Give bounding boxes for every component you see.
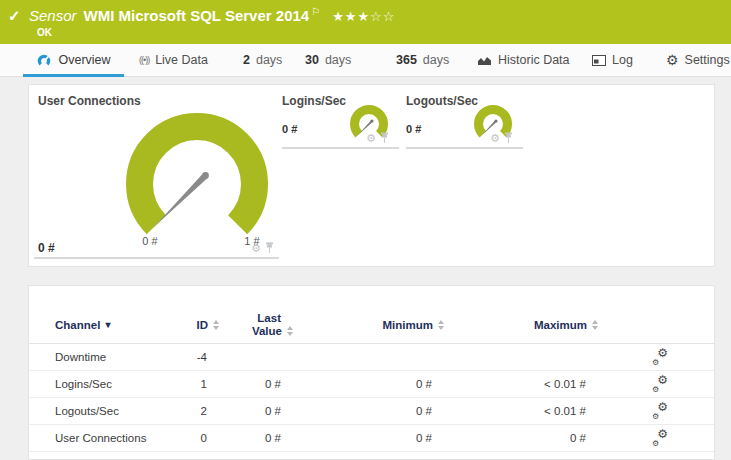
logins-gauge-title: Logins/Sec bbox=[282, 94, 346, 108]
tab-overview[interactable]: Overview bbox=[23, 44, 124, 76]
tab-bar: Overview ((•)) Live Data 2 days 30 days … bbox=[0, 44, 731, 77]
gauges-panel: User Connections 0 # 1 # 0 # ⚙ Logins/Se… bbox=[28, 84, 715, 267]
channel-name[interactable]: Downtime bbox=[55, 351, 169, 363]
main-gauge-divider bbox=[34, 257, 279, 259]
logouts-gauge-value: 0 # bbox=[406, 123, 421, 135]
table-row: Downtime -4 ⚙⚙ bbox=[29, 344, 714, 371]
tab-2-days-number: 2 bbox=[243, 53, 250, 67]
column-header-channel[interactable]: Channel ▾ bbox=[55, 319, 169, 331]
column-header-channel-label: Channel bbox=[55, 319, 100, 331]
active-tab-underline bbox=[23, 74, 124, 77]
table-header-row: Channel ▾ ID Last Value Minimum Maximum bbox=[29, 306, 714, 344]
channel-id: 1 bbox=[169, 378, 207, 390]
channel-last-value: 0 # bbox=[207, 405, 281, 417]
tab-historic-data-label: Historic Data bbox=[498, 53, 570, 67]
sensor-status-header: ✓ SensorWMI Microsoft SQL Server 2014⚐★★… bbox=[0, 0, 731, 44]
sort-caret-down-icon: ▾ bbox=[105, 319, 110, 330]
table-row: User Connections 0 0 # 0 # 0 # ⚙⚙ bbox=[29, 425, 714, 452]
tab-365-days[interactable]: 365 days bbox=[396, 44, 449, 76]
column-header-last-label: Last bbox=[257, 312, 281, 325]
tab-settings-label: Settings bbox=[685, 53, 730, 67]
tab-settings[interactable]: ⚙ Settings bbox=[666, 44, 730, 76]
channel-last-value: 0 # bbox=[207, 378, 281, 390]
logins-gauge-toolbar: ⚙ bbox=[366, 132, 389, 144]
column-header-maximum[interactable]: Maximum bbox=[432, 319, 586, 331]
priority-flag-icon[interactable]: ⚐ bbox=[311, 6, 320, 17]
tab-log[interactable]: Log bbox=[592, 44, 633, 76]
main-gauge-toolbar: ⚙ bbox=[251, 242, 274, 254]
channel-minimum: 0 # bbox=[281, 378, 432, 390]
table-row: Logins/Sec 1 0 # 0 # < 0.01 # ⚙⚙ bbox=[29, 371, 714, 398]
status-ok-check-icon: ✓ bbox=[8, 7, 21, 25]
channel-settings-gears-icon[interactable]: ⚙⚙ bbox=[652, 403, 668, 419]
log-window-icon bbox=[592, 55, 606, 66]
channel-last-value: 0 # bbox=[207, 432, 281, 444]
logouts-gauge-title: Logouts/Sec bbox=[406, 94, 478, 108]
channel-maximum: < 0.01 # bbox=[432, 378, 586, 390]
channel-minimum: 0 # bbox=[281, 432, 432, 444]
column-header-minimum[interactable]: Minimum bbox=[281, 319, 432, 331]
channel-minimum: 0 # bbox=[281, 405, 432, 417]
logins-gauge-value: 0 # bbox=[282, 123, 297, 135]
tab-log-label: Log bbox=[612, 53, 633, 67]
tab-live-data[interactable]: ((•)) Live Data bbox=[139, 44, 208, 76]
column-header-last-value[interactable]: Last Value bbox=[207, 312, 281, 338]
channel-maximum: < 0.01 # bbox=[432, 405, 586, 417]
column-header-minimum-label: Minimum bbox=[383, 319, 433, 331]
tab-30-days-word: days bbox=[325, 53, 351, 67]
main-gauge-value: 0 # bbox=[38, 241, 55, 255]
tab-30-days-number: 30 bbox=[305, 53, 319, 67]
tab-overview-label: Overview bbox=[58, 53, 110, 67]
sort-arrows-icon bbox=[592, 320, 598, 330]
tab-2-days[interactable]: 2 days bbox=[243, 44, 282, 76]
object-kind-label: Sensor bbox=[29, 7, 77, 24]
status-badge: OK bbox=[37, 27, 52, 38]
channel-settings-gears-icon[interactable]: ⚙⚙ bbox=[652, 349, 668, 365]
table-row: Logouts/Sec 2 0 # 0 # < 0.01 # ⚙⚙ bbox=[29, 398, 714, 425]
channel-name[interactable]: Logouts/Sec bbox=[55, 405, 169, 417]
gauge-settings-gear-icon[interactable]: ⚙ bbox=[366, 133, 376, 144]
channel-settings-gears-icon[interactable]: ⚙⚙ bbox=[652, 430, 668, 446]
tab-2-days-word: days bbox=[256, 53, 282, 67]
main-gauge-scale-min: 0 # bbox=[130, 235, 170, 247]
channel-name[interactable]: Logins/Sec bbox=[55, 378, 169, 390]
priority-stars[interactable]: ★★★☆☆ bbox=[332, 9, 395, 24]
area-chart-icon bbox=[477, 54, 492, 66]
channel-id: 2 bbox=[169, 405, 207, 417]
column-header-id[interactable]: ID bbox=[169, 319, 207, 331]
pin-icon[interactable] bbox=[265, 242, 274, 254]
logouts-gauge-divider bbox=[406, 147, 523, 149]
logins-gauge-divider bbox=[282, 147, 399, 149]
channel-settings-gears-icon[interactable]: ⚙⚙ bbox=[652, 376, 668, 392]
main-gauge-title: User Connections bbox=[38, 94, 141, 108]
broadcast-icon: ((•)) bbox=[139, 55, 149, 65]
gear-icon: ⚙ bbox=[666, 53, 679, 67]
sensor-title-line: SensorWMI Microsoft SQL Server 2014⚐★★★☆… bbox=[29, 6, 395, 24]
channel-name[interactable]: User Connections bbox=[55, 432, 169, 444]
gauge-settings-gear-icon[interactable]: ⚙ bbox=[251, 243, 261, 254]
tab-historic-data[interactable]: Historic Data bbox=[477, 44, 570, 76]
column-header-value-label: Value bbox=[252, 325, 282, 338]
channels-table-panel: Channel ▾ ID Last Value Minimum Maximum bbox=[28, 285, 715, 460]
pin-icon[interactable] bbox=[504, 132, 513, 144]
gauge-needle bbox=[153, 173, 208, 228]
page-title: WMI Microsoft SQL Server 2014 bbox=[84, 7, 310, 24]
tab-365-days-word: days bbox=[423, 53, 449, 67]
gauge-icon bbox=[36, 52, 52, 68]
tab-live-data-label: Live Data bbox=[155, 53, 208, 67]
channel-id: 0 bbox=[169, 432, 207, 444]
channel-maximum: 0 # bbox=[432, 432, 586, 444]
channel-id: -4 bbox=[169, 351, 207, 363]
pin-icon[interactable] bbox=[380, 132, 389, 144]
logouts-gauge-toolbar: ⚙ bbox=[490, 132, 513, 144]
column-header-maximum-label: Maximum bbox=[534, 319, 587, 331]
tab-365-days-number: 365 bbox=[396, 53, 417, 67]
gauge-settings-gear-icon[interactable]: ⚙ bbox=[490, 133, 500, 144]
tab-30-days[interactable]: 30 days bbox=[305, 44, 351, 76]
